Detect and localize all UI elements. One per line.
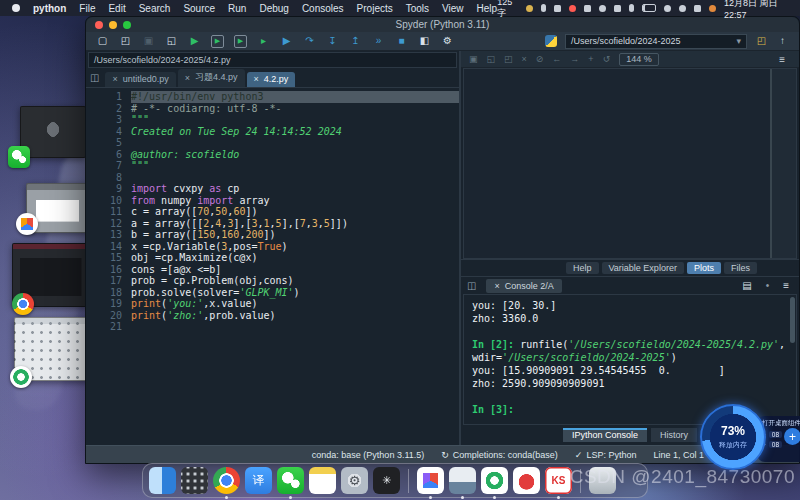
open-file-icon[interactable]: ◰ bbox=[119, 35, 132, 48]
stop-debug-icon[interactable]: ■ bbox=[395, 35, 408, 48]
menu-item-run[interactable]: Run bbox=[228, 3, 246, 14]
console-browse-tabs-icon[interactable]: ◫ bbox=[467, 280, 476, 291]
menu-item-help[interactable]: Help bbox=[477, 3, 498, 14]
menu-item-edit[interactable]: Edit bbox=[108, 3, 125, 14]
pane-tab-help[interactable]: Help bbox=[566, 262, 599, 274]
working-directory-select[interactable]: /Users/scofieldo/2024-2025 ▾ bbox=[565, 34, 747, 49]
tab-ipython-console[interactable]: IPython Console bbox=[563, 428, 647, 442]
record-state-icon[interactable]: • bbox=[766, 280, 770, 291]
remove-plot-icon[interactable]: × bbox=[522, 54, 527, 64]
dock-app-blue[interactable] bbox=[417, 467, 444, 494]
run-cell-advance-icon[interactable]: ▶ bbox=[234, 35, 247, 48]
save-file-icon[interactable]: ▣ bbox=[142, 35, 155, 48]
display-icon[interactable] bbox=[694, 5, 701, 12]
menu-item-file[interactable]: File bbox=[79, 3, 95, 14]
dock-notes[interactable] bbox=[309, 467, 336, 494]
tab-history[interactable]: History bbox=[651, 428, 697, 442]
save-plot-icon[interactable]: ▣ bbox=[469, 54, 478, 64]
app-menu-python[interactable]: python bbox=[33, 3, 66, 14]
dock-finder[interactable] bbox=[149, 467, 176, 494]
continue-execution-icon[interactable]: » bbox=[372, 35, 385, 48]
close-icon[interactable]: × bbox=[254, 74, 259, 84]
mic-icon[interactable] bbox=[541, 4, 546, 12]
lsp-status[interactable]: ✓LSP: Python bbox=[575, 450, 637, 460]
debug-file-icon[interactable]: ▶ bbox=[280, 35, 293, 48]
close-icon[interactable]: × bbox=[185, 73, 190, 83]
completions-status[interactable]: ↻Completions: conda(base) bbox=[441, 450, 558, 460]
interpreter-status[interactable]: conda: base (Python 3.11.5) bbox=[312, 450, 424, 460]
shapes-icon[interactable] bbox=[584, 5, 591, 12]
dock-wechat[interactable] bbox=[277, 467, 304, 494]
screen-record-icon[interactable] bbox=[569, 5, 576, 12]
add-widget-button[interactable]: + bbox=[784, 428, 800, 445]
plots-options-icon[interactable]: ≡ bbox=[773, 53, 791, 66]
pane-tab-variable-explorer[interactable]: Variable Explorer bbox=[602, 262, 684, 274]
cursor-position[interactable]: Line 1, Col 1 bbox=[653, 450, 704, 460]
editor-tab-4.2.py[interactable]: ×4.2.py bbox=[247, 72, 296, 87]
console-scrollbar[interactable] bbox=[790, 297, 795, 343]
editor-tab-untitled0.py[interactable]: ×untitled0.py bbox=[105, 72, 175, 87]
minimize-window-button[interactable] bbox=[109, 21, 117, 29]
zoom-window-button[interactable] bbox=[123, 21, 131, 29]
minimized-dialog-window-app-badge[interactable] bbox=[16, 213, 38, 235]
menu-item-debug[interactable]: Debug bbox=[259, 3, 288, 14]
save-all-plots-icon[interactable]: ◱ bbox=[487, 54, 496, 64]
dock-app-green-ring[interactable] bbox=[481, 467, 508, 494]
browse-tabs-icon[interactable]: ◫ bbox=[90, 72, 99, 83]
remove-all-plots-icon[interactable]: ⊘ bbox=[536, 54, 544, 64]
zoom-in-icon[interactable]: + bbox=[588, 54, 593, 64]
flag-icon[interactable] bbox=[709, 5, 716, 12]
dock-app-photo[interactable] bbox=[449, 467, 476, 494]
run-cell-icon[interactable]: ▶ bbox=[211, 35, 224, 48]
menu-item-source[interactable]: Source bbox=[183, 3, 215, 14]
step-into-icon[interactable]: ↧ bbox=[326, 35, 339, 48]
new-file-icon[interactable]: ▢ bbox=[96, 35, 109, 48]
preferences-icon[interactable]: ⚙ bbox=[441, 35, 454, 48]
browse-directory-icon[interactable]: ◰ bbox=[755, 35, 768, 48]
apple-menu-icon[interactable] bbox=[12, 4, 20, 12]
dock-app-ks[interactable]: KS bbox=[545, 467, 572, 494]
dock-settings[interactable]: ⚙ bbox=[341, 467, 368, 494]
save-all-icon[interactable]: ◱ bbox=[165, 35, 178, 48]
memory-gauge[interactable]: 73% 释放内存 bbox=[700, 404, 766, 470]
code-editor[interactable]: 123456789101112131415161718192021 #!/usr… bbox=[86, 88, 459, 445]
dock-chrome[interactable] bbox=[213, 467, 240, 494]
stage-manager-icon[interactable] bbox=[614, 5, 621, 12]
minimized-launcher-window-app-badge[interactable] bbox=[10, 366, 32, 388]
wifi-icon[interactable] bbox=[664, 5, 671, 12]
battery-icon[interactable] bbox=[642, 4, 656, 12]
keyboard-icon[interactable] bbox=[554, 5, 561, 12]
console-tab[interactable]: × Console 2/A bbox=[486, 279, 561, 293]
zoom-out-icon[interactable]: ↺ bbox=[603, 54, 611, 64]
minimized-wechat-window-app-badge[interactable] bbox=[8, 146, 30, 168]
run-selection-icon[interactable]: ▸ bbox=[257, 35, 270, 48]
maximize-pane-icon[interactable]: ◧ bbox=[418, 35, 431, 48]
copy-plot-icon[interactable]: ◰ bbox=[504, 54, 513, 64]
menu-item-tools[interactable]: Tools bbox=[406, 3, 429, 14]
run-file-icon[interactable]: ▶ bbox=[188, 35, 201, 48]
close-window-button[interactable] bbox=[95, 21, 103, 29]
menu-item-search[interactable]: Search bbox=[139, 3, 171, 14]
next-plot-icon[interactable]: → bbox=[570, 54, 579, 64]
previous-plot-icon[interactable]: ← bbox=[552, 54, 561, 64]
menu-bar-clock[interactable]: 12月8日 周日 22:57 bbox=[724, 0, 792, 20]
menu-item-view[interactable]: View bbox=[442, 3, 464, 14]
minimized-browser-window-app-badge[interactable] bbox=[12, 293, 34, 315]
pane-tab-plots[interactable]: Plots bbox=[687, 262, 721, 274]
ipython-console-output[interactable]: you: [20. 30.]zho: 3360.0In [2]: runfile… bbox=[463, 294, 797, 425]
paw-icon[interactable] bbox=[599, 5, 606, 12]
menu-item-projects[interactable]: Projects bbox=[357, 3, 393, 14]
dock-translate[interactable]: 译 bbox=[245, 467, 272, 494]
step-out-icon[interactable]: ↥ bbox=[349, 35, 362, 48]
step-over-icon[interactable]: ↷ bbox=[303, 35, 316, 48]
dock-passwords[interactable]: ✳ bbox=[373, 467, 400, 494]
console-options-icon[interactable]: ≡ bbox=[783, 280, 789, 291]
parent-directory-icon[interactable]: ↑ bbox=[776, 35, 789, 48]
dock-app-apple-red[interactable] bbox=[513, 467, 540, 494]
dock-launchpad[interactable] bbox=[181, 467, 208, 494]
emoji-picker-icon[interactable] bbox=[526, 5, 533, 12]
editor-tab-习题4.4.py[interactable]: ×习题4.4.py bbox=[178, 69, 245, 87]
pane-tab-files[interactable]: Files bbox=[724, 262, 757, 274]
paste-icon[interactable]: ▤ bbox=[742, 280, 751, 291]
close-icon[interactable]: × bbox=[494, 281, 499, 291]
